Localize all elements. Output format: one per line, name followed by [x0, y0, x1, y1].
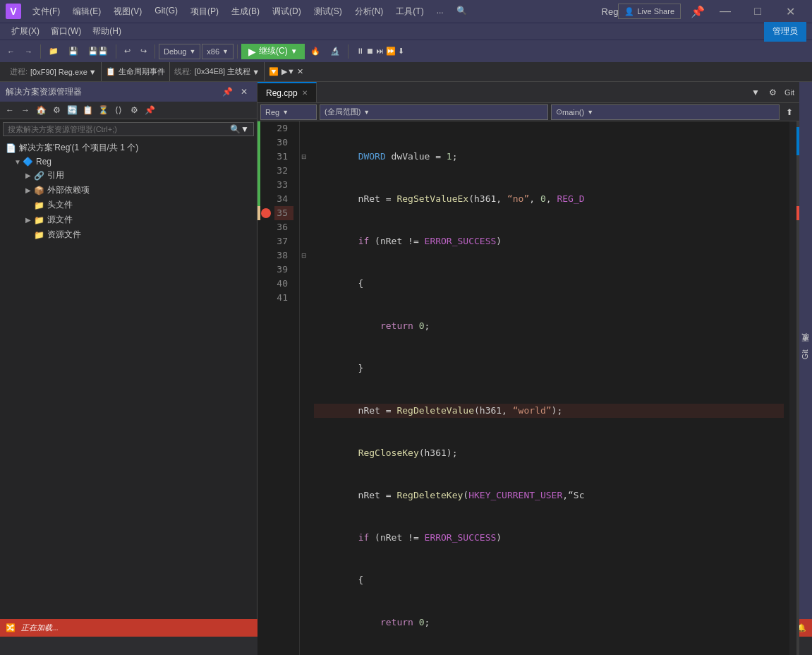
loading-status: 正在加载...: [21, 623, 59, 633]
function-dropdown[interactable]: ⊙ main() ▼: [551, 104, 780, 120]
editor-tab-reg-cpp[interactable]: Reg.cpp ✕: [257, 82, 317, 102]
code-content[interactable]: DWORD dwValue = 1; nRet = RegSetValueEx(…: [308, 121, 789, 655]
code-line-37: nRet = RegDeleteKey(HKEY_CURRENT_USER,“S…: [314, 488, 784, 503]
platform-dropdown[interactable]: x86 ▼: [202, 44, 234, 59]
lifecycle-section[interactable]: 📋 生命周期事件: [102, 62, 170, 81]
continue-button[interactable]: ▶ 继续(C) ▼: [241, 44, 305, 59]
toolbar-redo[interactable]: ↪: [136, 45, 151, 57]
menu-window[interactable]: 窗口(W): [45, 24, 87, 39]
se-home-icon[interactable]: 🏠: [34, 103, 48, 117]
sources-node[interactable]: ▶ 📁 源文件: [0, 212, 257, 227]
maximize-button[interactable]: □: [741, 0, 774, 23]
menu-file[interactable]: 文件(F): [27, 3, 66, 20]
code-line-38: if (nRet != ERROR_SUCCESS): [314, 531, 784, 545]
vs-logo-icon: V: [6, 4, 21, 19]
pin-button[interactable]: 📌: [686, 4, 709, 20]
se-search-input[interactable]: [8, 125, 230, 133]
menu-build[interactable]: 生成(B): [226, 3, 265, 20]
code-editor[interactable]: 29 30 31 32 33 34 35 36 37 38 39 40 41: [257, 121, 799, 655]
admin-button[interactable]: 管理员: [764, 22, 806, 42]
code-line-32: {: [314, 277, 784, 291]
scope-dropdown[interactable]: (全局范围) ▼: [320, 104, 548, 120]
search-button[interactable]: 🔍: [451, 3, 473, 20]
menu-edit[interactable]: 编辑(E): [67, 3, 107, 20]
menu-test[interactable]: 测试(S): [308, 3, 348, 20]
se-tree: 📄 解决方案'Reg'(1 个项目/共 1 个) ▼ 🔷 Reg ▶ 🔗 引用 …: [0, 139, 257, 619]
diagnostic-button[interactable]: 🔬: [326, 45, 344, 57]
process-section: 进程: [0xF90] Reg.exe ▼: [6, 62, 102, 81]
menu-git[interactable]: Git(G): [149, 3, 183, 20]
flame-button[interactable]: 🔥: [306, 45, 325, 57]
code-line-40: return 0;: [314, 615, 784, 630]
code-line-34: }: [314, 361, 784, 375]
menu-debug[interactable]: 调试(D): [267, 3, 307, 20]
se-pending-icon[interactable]: ⏳: [96, 103, 110, 117]
menu-help[interactable]: 帮助(H): [87, 24, 127, 39]
line-numbers: 29 30 31 32 33 34 35 36 37 38 39 40 41: [272, 121, 300, 655]
toolbar-undo[interactable]: ↩: [120, 45, 135, 57]
toolbar-fwd[interactable]: →: [20, 46, 37, 57]
overview-ruler: [789, 121, 799, 655]
se-pin-icon[interactable]: 📌: [220, 85, 234, 99]
toolbar-open[interactable]: 📁: [44, 45, 63, 57]
toolbar-save[interactable]: 💾: [64, 45, 83, 57]
status-left: 🔀 正在加载...: [6, 623, 59, 633]
solution-node[interactable]: 📄 解决方案'Reg'(1 个项目/共 1 个): [0, 140, 257, 155]
resources-node[interactable]: 📁 资源文件: [0, 227, 257, 242]
code-line-31: if (nRet != ERROR_SUCCESS): [314, 234, 784, 248]
debug-bar: 进程: [0xF90] Reg.exe ▼ 📋 生命周期事件 线程: [0x34…: [0, 62, 812, 82]
se-settings-icon[interactable]: ⚙: [127, 103, 141, 117]
code-line-35: nRet = RegDeleteValue(h361, “world”);: [314, 404, 784, 418]
se-sync-icon[interactable]: ⚙: [49, 103, 63, 117]
editor-tab-pin-icon[interactable]: Git: [782, 85, 796, 100]
process-dropdown[interactable]: [0xF90] Reg.exe ▼: [30, 68, 97, 76]
se-refresh-icon[interactable]: 🔄: [65, 103, 79, 117]
main-content: 解决方案资源管理器 📌 ✕ ← → 🏠 ⚙ 🔄 📋 ⏳ ⟨⟩ ⚙ 📌 🔍 ▼ �: [0, 82, 812, 619]
se-search-down-icon[interactable]: ▼: [241, 124, 249, 134]
menu-analyze[interactable]: 分析(N): [349, 3, 389, 20]
toolbar-save-all[interactable]: 💾💾: [84, 45, 112, 57]
se-toolbar: ← → 🏠 ⚙ 🔄 📋 ⏳ ⟨⟩ ⚙ 📌: [0, 102, 257, 119]
code-line-33: return 0;: [314, 319, 784, 333]
menu-project[interactable]: 项目(P): [185, 3, 224, 20]
code-line-36: RegCloseKey(h361);: [314, 446, 784, 460]
se-search-container: 🔍 ▼: [3, 122, 254, 136]
references-node[interactable]: ▶ 🔗 引用: [0, 168, 257, 183]
se-collapse-icon[interactable]: 📋: [80, 103, 95, 117]
se-fwd-icon[interactable]: →: [18, 103, 32, 117]
project-node[interactable]: ▼ 🔷 Reg: [0, 155, 257, 168]
headers-node[interactable]: 📁 头文件: [0, 198, 257, 212]
code-lines: DWORD dwValue = 1; nRet = RegSetValueEx(…: [308, 121, 789, 655]
git-tab[interactable]: Git 更改: [799, 342, 812, 365]
solution-explorer: 解决方案资源管理器 📌 ✕ ← → 🏠 ⚙ 🔄 📋 ⏳ ⟨⟩ ⚙ 📌 🔍 ▼ �: [0, 82, 257, 619]
fold-gutter: ⊟ ⊟: [300, 121, 308, 655]
debug-config-dropdown[interactable]: Debug ▼: [159, 44, 200, 59]
se-pin2-icon[interactable]: 📌: [143, 103, 157, 117]
se-close-icon[interactable]: ✕: [237, 85, 251, 99]
code-line-39: {: [314, 573, 784, 587]
minimize-button[interactable]: —: [709, 0, 741, 23]
se-header: 解决方案资源管理器 📌 ✕: [0, 82, 257, 102]
se-back-icon[interactable]: ←: [3, 103, 17, 117]
title-bar: V 文件(F) 编辑(E) 视图(V) Git(G) 项目(P) 生成(B) 调…: [0, 0, 812, 23]
toolbar-back[interactable]: ←: [3, 46, 19, 57]
menu-view[interactable]: 视图(V): [108, 3, 147, 20]
menu-more[interactable]: ...: [431, 3, 449, 20]
editor-nav-sync-icon[interactable]: ⬆: [782, 105, 796, 119]
filter-section[interactable]: 🔽 ▶▼ ✕: [265, 62, 308, 81]
live-share-button[interactable]: 👤 Live Share: [618, 4, 681, 19]
editor-section: Reg.cpp ✕ ▼ ⚙ Git Reg ▼ (全局范围) ▼: [257, 82, 799, 619]
thread-dropdown[interactable]: [0x34E8] 主线程 ▼: [195, 66, 260, 77]
se-code-icon[interactable]: ⟨⟩: [111, 103, 126, 117]
editor-tab-dropdown-icon[interactable]: ▼: [749, 85, 763, 100]
menu-row2: 扩展(X) 窗口(W) 帮助(H) 管理员: [0, 23, 812, 40]
git-panel: Git 更改: [799, 82, 812, 619]
window-title: Reg: [602, 6, 619, 17]
namespace-dropdown[interactable]: Reg ▼: [260, 104, 317, 120]
menu-tools[interactable]: 工具(T): [390, 3, 429, 20]
menu-extensions[interactable]: 扩展(X): [6, 24, 45, 39]
editor-tab-settings-icon[interactable]: ⚙: [765, 85, 780, 100]
close-button[interactable]: ✕: [774, 0, 806, 23]
external-deps-node[interactable]: ▶ 📦 外部依赖项: [0, 183, 257, 198]
debug-toolbar-more[interactable]: ⏸ ⏹ ⏭ ⏩ ⬇: [352, 45, 408, 57]
